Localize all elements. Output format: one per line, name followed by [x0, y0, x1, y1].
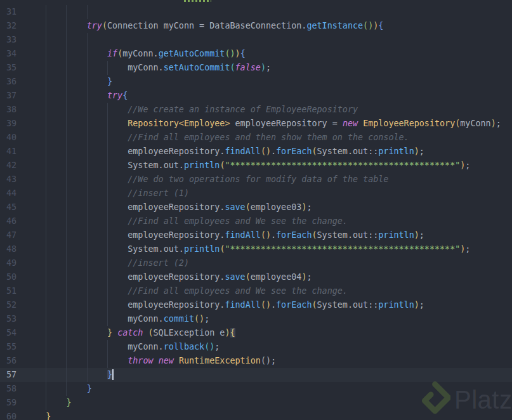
- code-token-kw: new: [343, 119, 358, 128]
- line-number[interactable]: 45: [0, 200, 16, 214]
- code-line[interactable]: 38 //We create an instance of EmployeeRe…: [0, 103, 512, 117]
- line-number[interactable]: 31: [0, 5, 16, 19]
- indent: [25, 105, 128, 114]
- code-line[interactable]: 31: [0, 5, 512, 19]
- indent-guide: [107, 242, 108, 256]
- code-line[interactable]: 50 employeeRepository.save(employee04);: [0, 270, 512, 284]
- line-number[interactable]: 57: [0, 368, 16, 382]
- code-line[interactable]: 44 //insert (1): [0, 187, 512, 200]
- code-token-fg: ;: [419, 147, 424, 156]
- code-line[interactable]: 36 }: [0, 75, 512, 89]
- line-number[interactable]: 58: [0, 382, 16, 396]
- code-line[interactable]: 35 myConn.setAutoCommit(false);: [0, 61, 512, 75]
- code-line[interactable]: 41 employeeRepository.findAll().forEach(…: [0, 145, 512, 159]
- line-number[interactable]: 38: [0, 103, 16, 117]
- code-line-content: }: [25, 368, 114, 382]
- indent: [25, 147, 128, 156]
- indent-guide: [87, 270, 88, 284]
- code-line[interactable]: 37 try{: [0, 89, 512, 103]
- line-number[interactable]: 33: [0, 33, 16, 47]
- line-number[interactable]: 34: [0, 47, 16, 61]
- indent-guide: [46, 117, 46, 131]
- code-line-content: myConn.setAutoCommit(false);: [25, 61, 271, 75]
- line-number[interactable]: 43: [0, 173, 16, 187]
- code-token-bgn: }: [67, 398, 72, 407]
- code-token-fn: rollback: [164, 342, 205, 351]
- code-token-fg: myConn: [460, 119, 490, 128]
- code-token-fn: forEach: [276, 300, 312, 310]
- code-line[interactable]: 33: [0, 33, 512, 47]
- code-line[interactable]: 48 System.out.println("*****************…: [0, 242, 512, 256]
- line-number[interactable]: 40: [0, 131, 16, 145]
- indent-guide: [46, 47, 46, 61]
- code-line[interactable]: 49 //insert (2): [0, 256, 512, 270]
- code-token-fn: save: [225, 202, 245, 212]
- line-number[interactable]: 47: [0, 228, 16, 242]
- code-line[interactable]: 54 } catch (SQLException e){: [0, 326, 512, 340]
- code-token-cls: EmployeeRepository: [363, 119, 455, 128]
- line-number[interactable]: 52: [0, 298, 16, 312]
- line-number[interactable]: 60: [0, 410, 16, 420]
- code-line[interactable]: 32 try(Connection myConn = DataBaseConne…: [0, 19, 512, 33]
- line-number[interactable]: 49: [0, 256, 16, 270]
- code-token-ybox: {: [230, 328, 235, 338]
- line-number[interactable]: 36: [0, 75, 16, 89]
- line-number[interactable]: 48: [0, 242, 16, 256]
- line-number[interactable]: 41: [0, 145, 16, 159]
- line-number[interactable]: 35: [0, 61, 16, 75]
- indent-guide: [46, 19, 46, 33]
- line-number[interactable]: 56: [0, 354, 16, 368]
- code-editor[interactable]: 3132 try(Connection myConn = DataBaseCon…: [0, 0, 512, 420]
- code-line[interactable]: 43 //We do two operations for modify dat…: [0, 173, 512, 187]
- code-token-fg: myConn.: [128, 314, 163, 324]
- line-number[interactable]: 42: [0, 159, 16, 173]
- code-line[interactable]: 53 myConn.commit();: [0, 312, 512, 326]
- line-number[interactable]: 32: [0, 19, 16, 33]
- indent-guide: [46, 340, 46, 354]
- code-line-content: //We create an instance of EmployeeRepos…: [25, 103, 358, 117]
- code-token-fg: System.out.: [128, 161, 184, 170]
- code-line[interactable]: 39 Repository<Employee> employeeReposito…: [0, 117, 512, 131]
- code-line-current[interactable]: 57 }: [0, 368, 512, 382]
- code-token-fg: [358, 119, 363, 128]
- code-line[interactable]: 52 employeeRepository.findAll().forEach(…: [0, 298, 512, 312]
- code-line[interactable]: 51 //Find all employees and We see the c…: [0, 284, 512, 298]
- code-line[interactable]: 40 //Find all employees and then show th…: [0, 131, 512, 145]
- line-number[interactable]: 44: [0, 187, 16, 200]
- code-line[interactable]: 60 }: [0, 410, 512, 420]
- code-line[interactable]: 45 employeeRepository.save(employee03);: [0, 200, 512, 214]
- code-line[interactable]: 42 System.out.println("*****************…: [0, 159, 512, 173]
- code-line[interactable]: 47 employeeRepository.findAll().forEach(…: [0, 228, 512, 242]
- code-token-cmt: //insert (1): [128, 188, 189, 198]
- code-line-content: employeeRepository.save(employee03);: [25, 200, 312, 214]
- code-line-content: //We do two operations for modify data o…: [25, 173, 388, 187]
- indent: [25, 272, 128, 282]
- code-line[interactable]: 55 myConn.rollback();: [0, 340, 512, 354]
- code-line-content: System.out.println("********************…: [25, 159, 470, 173]
- code-line[interactable]: 58 }: [0, 382, 512, 396]
- indent-guide: [87, 75, 88, 89]
- code-line[interactable]: 34 if(myConn.getAutoCommit()){: [0, 47, 512, 61]
- code-line[interactable]: 59 }: [0, 396, 512, 410]
- line-number[interactable]: 55: [0, 340, 16, 354]
- indent-guide: [107, 117, 108, 131]
- line-number[interactable]: 53: [0, 312, 16, 326]
- indent-guide: [66, 103, 67, 117]
- indent-guide: [87, 354, 88, 368]
- indent-guide: [66, 214, 67, 228]
- line-number[interactable]: 54: [0, 326, 16, 340]
- line-number[interactable]: 51: [0, 284, 16, 298]
- indent-guide: [46, 159, 46, 173]
- line-number[interactable]: 39: [0, 117, 16, 131]
- code-line-content: //Find all employees and We see the chan…: [25, 284, 348, 298]
- line-number[interactable]: 46: [0, 214, 16, 228]
- code-line[interactable]: 56 throw new RuntimeException();: [0, 354, 512, 368]
- line-number[interactable]: 59: [0, 396, 16, 410]
- indent-guide: [46, 382, 46, 396]
- code-token-fg: ;: [306, 272, 312, 282]
- line-number[interactable]: 50: [0, 270, 16, 284]
- code-line[interactable]: 46 //Find all employees and We see the c…: [0, 214, 512, 228]
- code-token-by: ): [414, 300, 419, 310]
- line-number[interactable]: 37: [0, 89, 16, 103]
- code-token-bbl: {: [240, 49, 246, 58]
